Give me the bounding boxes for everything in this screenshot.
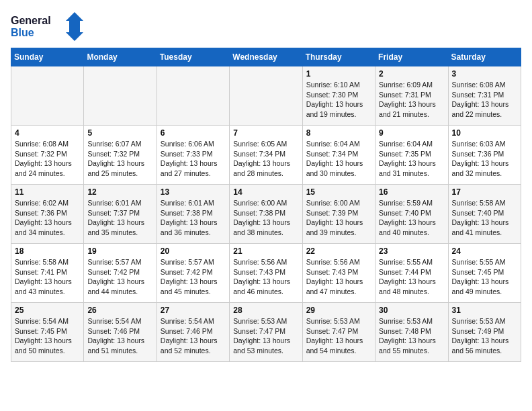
day-number: 17 bbox=[452, 187, 517, 197]
day-number: 6 bbox=[161, 128, 226, 138]
calendar-week-3: 11Sunrise: 6:02 AM Sunset: 7:36 PM Dayli… bbox=[11, 185, 521, 244]
day-info: Sunrise: 6:06 AM Sunset: 7:33 PM Dayligh… bbox=[161, 139, 226, 179]
calendar-cell: 7Sunrise: 6:05 AM Sunset: 7:34 PM Daylig… bbox=[230, 126, 302, 185]
day-number: 2 bbox=[379, 69, 444, 79]
svg-marker-2 bbox=[66, 12, 83, 41]
calendar-cell: 4Sunrise: 6:08 AM Sunset: 7:32 PM Daylig… bbox=[11, 126, 84, 185]
day-number: 3 bbox=[452, 69, 517, 79]
day-info: Sunrise: 5:59 AM Sunset: 7:40 PM Dayligh… bbox=[379, 198, 444, 238]
calendar-cell: 21Sunrise: 5:56 AM Sunset: 7:43 PM Dayli… bbox=[230, 244, 302, 303]
calendar-cell: 9Sunrise: 6:04 AM Sunset: 7:35 PM Daylig… bbox=[375, 126, 448, 185]
day-info: Sunrise: 6:03 AM Sunset: 7:36 PM Dayligh… bbox=[452, 139, 517, 179]
day-info: Sunrise: 5:54 AM Sunset: 7:46 PM Dayligh… bbox=[87, 316, 152, 356]
day-info: Sunrise: 5:55 AM Sunset: 7:44 PM Dayligh… bbox=[379, 257, 444, 297]
logo: General Blue bbox=[11, 11, 85, 41]
day-number: 14 bbox=[233, 187, 298, 197]
day-info: Sunrise: 5:56 AM Sunset: 7:43 PM Dayligh… bbox=[306, 257, 371, 297]
calendar-cell: 31Sunrise: 5:53 AM Sunset: 7:49 PM Dayli… bbox=[448, 303, 521, 362]
day-info: Sunrise: 6:04 AM Sunset: 7:35 PM Dayligh… bbox=[379, 139, 444, 179]
calendar-cell: 11Sunrise: 6:02 AM Sunset: 7:36 PM Dayli… bbox=[11, 185, 84, 244]
day-info: Sunrise: 5:58 AM Sunset: 7:40 PM Dayligh… bbox=[452, 198, 517, 238]
day-number: 4 bbox=[15, 128, 80, 138]
calendar-cell: 2Sunrise: 6:09 AM Sunset: 7:31 PM Daylig… bbox=[375, 66, 448, 126]
calendar-week-4: 18Sunrise: 5:58 AM Sunset: 7:41 PM Dayli… bbox=[11, 244, 521, 303]
day-number: 16 bbox=[379, 187, 444, 197]
day-number: 24 bbox=[452, 246, 517, 256]
day-info: Sunrise: 6:08 AM Sunset: 7:31 PM Dayligh… bbox=[452, 80, 517, 120]
calendar-cell: 28Sunrise: 5:53 AM Sunset: 7:47 PM Dayli… bbox=[230, 303, 302, 362]
calendar-cell: 10Sunrise: 6:03 AM Sunset: 7:36 PM Dayli… bbox=[448, 126, 521, 185]
calendar-week-1: 1Sunrise: 6:10 AM Sunset: 7:30 PM Daylig… bbox=[11, 66, 521, 126]
day-info: Sunrise: 5:57 AM Sunset: 7:42 PM Dayligh… bbox=[161, 257, 226, 297]
header-monday: Monday bbox=[84, 48, 157, 66]
calendar-cell: 8Sunrise: 6:04 AM Sunset: 7:34 PM Daylig… bbox=[302, 126, 375, 185]
calendar-cell: 3Sunrise: 6:08 AM Sunset: 7:31 PM Daylig… bbox=[448, 66, 521, 126]
day-info: Sunrise: 6:00 AM Sunset: 7:39 PM Dayligh… bbox=[306, 198, 371, 238]
calendar-cell: 18Sunrise: 5:58 AM Sunset: 7:41 PM Dayli… bbox=[11, 244, 84, 303]
day-number: 30 bbox=[379, 306, 444, 315]
day-number: 23 bbox=[379, 246, 444, 256]
day-number: 20 bbox=[161, 246, 226, 256]
header-wednesday: Wednesday bbox=[230, 48, 302, 66]
day-number: 21 bbox=[233, 246, 298, 256]
day-info: Sunrise: 5:55 AM Sunset: 7:45 PM Dayligh… bbox=[452, 257, 517, 297]
day-info: Sunrise: 6:09 AM Sunset: 7:31 PM Dayligh… bbox=[379, 80, 444, 120]
day-number: 1 bbox=[306, 69, 371, 79]
day-info: Sunrise: 5:54 AM Sunset: 7:46 PM Dayligh… bbox=[161, 316, 226, 356]
header-thursday: Thursday bbox=[302, 48, 375, 66]
day-number: 15 bbox=[306, 187, 371, 197]
day-number: 7 bbox=[233, 128, 298, 138]
day-number: 27 bbox=[161, 306, 226, 315]
header-sunday: Sunday bbox=[11, 48, 84, 66]
calendar-cell: 29Sunrise: 5:53 AM Sunset: 7:47 PM Dayli… bbox=[302, 303, 375, 362]
day-number: 12 bbox=[87, 187, 152, 197]
calendar-cell: 22Sunrise: 5:56 AM Sunset: 7:43 PM Dayli… bbox=[302, 244, 375, 303]
svg-text:General: General bbox=[11, 15, 51, 26]
day-number: 31 bbox=[452, 306, 517, 315]
day-number: 13 bbox=[161, 187, 226, 197]
calendar-cell: 15Sunrise: 6:00 AM Sunset: 7:39 PM Dayli… bbox=[302, 185, 375, 244]
calendar-cell: 25Sunrise: 5:54 AM Sunset: 7:45 PM Dayli… bbox=[11, 303, 84, 362]
calendar-cell: 19Sunrise: 5:57 AM Sunset: 7:42 PM Dayli… bbox=[84, 244, 157, 303]
calendar-cell: 13Sunrise: 6:01 AM Sunset: 7:38 PM Dayli… bbox=[157, 185, 229, 244]
calendar-cell: 20Sunrise: 5:57 AM Sunset: 7:42 PM Dayli… bbox=[157, 244, 229, 303]
day-info: Sunrise: 6:10 AM Sunset: 7:30 PM Dayligh… bbox=[306, 80, 371, 120]
day-number: 18 bbox=[15, 246, 80, 256]
day-number: 11 bbox=[15, 187, 80, 197]
header-saturday: Saturday bbox=[448, 48, 521, 66]
day-info: Sunrise: 5:56 AM Sunset: 7:43 PM Dayligh… bbox=[233, 257, 298, 297]
day-info: Sunrise: 6:04 AM Sunset: 7:34 PM Dayligh… bbox=[306, 139, 371, 179]
calendar-cell: 12Sunrise: 6:01 AM Sunset: 7:37 PM Dayli… bbox=[84, 185, 157, 244]
day-info: Sunrise: 5:53 AM Sunset: 7:47 PM Dayligh… bbox=[306, 316, 371, 356]
logo-svg: General Blue bbox=[11, 11, 85, 41]
calendar-cell bbox=[230, 66, 302, 126]
day-info: Sunrise: 5:54 AM Sunset: 7:45 PM Dayligh… bbox=[15, 316, 80, 356]
day-number: 9 bbox=[379, 128, 444, 138]
calendar-header-row: SundayMondayTuesdayWednesdayThursdayFrid… bbox=[11, 48, 521, 66]
day-number: 28 bbox=[233, 306, 298, 315]
calendar-cell: 14Sunrise: 6:00 AM Sunset: 7:38 PM Dayli… bbox=[230, 185, 302, 244]
calendar-cell bbox=[11, 66, 84, 126]
calendar-cell: 26Sunrise: 5:54 AM Sunset: 7:46 PM Dayli… bbox=[84, 303, 157, 362]
calendar-cell: 1Sunrise: 6:10 AM Sunset: 7:30 PM Daylig… bbox=[302, 66, 375, 126]
day-info: Sunrise: 6:01 AM Sunset: 7:38 PM Dayligh… bbox=[161, 198, 226, 238]
calendar-table: SundayMondayTuesdayWednesdayThursdayFrid… bbox=[11, 48, 521, 362]
calendar-cell: 17Sunrise: 5:58 AM Sunset: 7:40 PM Dayli… bbox=[448, 185, 521, 244]
calendar-cell: 27Sunrise: 5:54 AM Sunset: 7:46 PM Dayli… bbox=[157, 303, 229, 362]
day-number: 26 bbox=[87, 306, 152, 315]
day-number: 8 bbox=[306, 128, 371, 138]
day-info: Sunrise: 5:53 AM Sunset: 7:47 PM Dayligh… bbox=[233, 316, 298, 356]
calendar-cell: 24Sunrise: 5:55 AM Sunset: 7:45 PM Dayli… bbox=[448, 244, 521, 303]
day-info: Sunrise: 6:07 AM Sunset: 7:32 PM Dayligh… bbox=[87, 139, 152, 179]
day-info: Sunrise: 5:53 AM Sunset: 7:48 PM Dayligh… bbox=[379, 316, 444, 356]
calendar-week-5: 25Sunrise: 5:54 AM Sunset: 7:45 PM Dayli… bbox=[11, 303, 521, 362]
calendar-cell: 5Sunrise: 6:07 AM Sunset: 7:32 PM Daylig… bbox=[84, 126, 157, 185]
header-tuesday: Tuesday bbox=[157, 48, 229, 66]
day-info: Sunrise: 6:02 AM Sunset: 7:36 PM Dayligh… bbox=[15, 198, 80, 238]
day-number: 5 bbox=[87, 128, 152, 138]
calendar-cell: 30Sunrise: 5:53 AM Sunset: 7:48 PM Dayli… bbox=[375, 303, 448, 362]
calendar-cell: 16Sunrise: 5:59 AM Sunset: 7:40 PM Dayli… bbox=[375, 185, 448, 244]
page-header: General Blue bbox=[11, 11, 521, 41]
day-info: Sunrise: 5:58 AM Sunset: 7:41 PM Dayligh… bbox=[15, 257, 80, 297]
day-info: Sunrise: 6:05 AM Sunset: 7:34 PM Dayligh… bbox=[233, 139, 298, 179]
